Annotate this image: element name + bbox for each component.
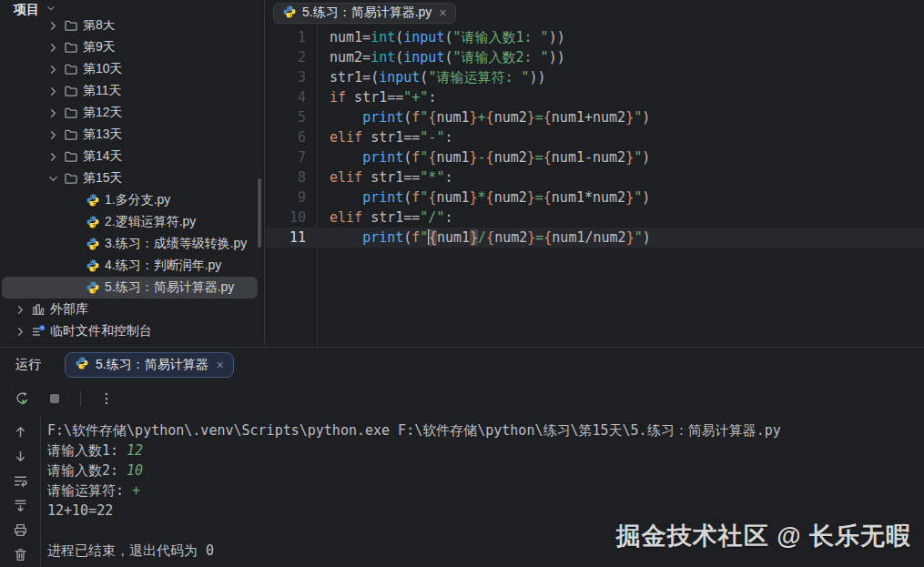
scratches-icon [29,324,47,339]
code-text: print(f"{num1}*{num2}={num1*num2}") [330,187,650,208]
editor-tab-label: 5.练习：简易计算器.py [302,5,432,21]
code-line-6: 6elif str1=="-": [266,127,924,147]
console-line: F:\软件存储\python\.venv\Scripts\python.exe … [47,420,924,440]
folder-icon [62,62,80,76]
code-line-7: 7 print(f"{num1}-{num2}={num1-num2}") [266,147,924,167]
python-icon [84,215,102,229]
code-line-10: 10elif str1=="/": [266,208,924,228]
print-icon[interactable] [9,519,31,541]
folder-icon [62,40,80,55]
tree-item-4.练习：判断润年.py[interactable]: 4.练习：判断润年.py [0,255,264,277]
folder-icon [62,18,80,33]
close-icon[interactable]: × [217,358,224,372]
editor-area: 5.练习：简易计算器.py × 1num1=int(input("请输入数1: … [266,0,924,347]
chevron-down-icon [45,2,57,18]
code-text: if str1=="+": [330,87,436,107]
project-header[interactable]: 项目 [0,0,264,20]
tree-item-label: 外部库 [50,301,88,318]
line-number: 1 [266,27,306,47]
tree-item-label: 1.多分支.py [105,192,170,208]
folder-icon [62,171,80,186]
chevron-right-icon[interactable] [44,63,62,76]
tree-item-第9天[interactable]: 第9天 [0,36,264,58]
python-icon [84,280,102,295]
line-number: 9 [266,187,306,208]
code-line-8: 8elif str1=="*": [266,167,924,187]
code-line-4: 4if str1=="+": [266,87,924,107]
run-tab-label: 5.练习：简易计算器 [96,357,208,373]
close-icon[interactable]: × [439,5,446,20]
chevron-right-icon[interactable] [44,150,62,164]
tree-item-label: 第13天 [83,127,123,143]
tree-item-label: 3.练习：成绩等级转换.py [105,236,247,252]
tree-item-第10天[interactable]: 第10天 [0,58,264,80]
console-line: 请输入数1: 12 [47,440,924,461]
line-number: 2 [266,47,306,67]
code-text: num1=int(input("请输入数1: ")) [330,27,565,47]
chevron-right-icon[interactable] [44,106,62,120]
project-tool-window: 第8天第9天第10天第11天第12天第13天第14天第15天1.多分支.py2.… [0,0,265,347]
code-text: num2=int(input("请输入数2: ")) [330,47,565,67]
code-editor[interactable]: 1num1=int(input("请输入数1: "))2num2=int(inp… [266,25,924,347]
line-number: 11 [266,228,306,248]
python-icon [75,356,89,373]
code-line-9: 9 print(f"{num1}*{num2}={num1*num2}") [266,187,924,208]
tree-item-第12天[interactable]: 第12天 [0,102,264,124]
folder-icon [62,149,80,164]
code-line-11: 11 print(f"{num1}/{num2}={num1/num2}") [266,228,924,248]
editor-tab-bar: 5.练习：简易计算器.py × [266,0,924,25]
tree-item-label: 第11天 [83,83,122,99]
arrow-down-icon[interactable] [9,445,31,467]
scroll-to-end-icon[interactable] [9,494,31,516]
run-title: 运行 [15,357,41,373]
tree-item-第14天[interactable]: 第14天 [0,146,264,167]
toolbar-separator [80,390,81,407]
project-title: 项目 [14,2,39,18]
more-options-icon[interactable] [96,388,117,410]
tree-item-第11天[interactable]: 第11天 [0,80,264,102]
chevron-right-icon[interactable] [44,85,62,98]
line-number: 5 [266,107,306,127]
tree-item-label: 第9天 [83,39,116,56]
tree-item-label: 第10天 [83,61,123,77]
tree-item-3.练习：成绩等级转换.py[interactable]: 3.练习：成绩等级转换.py [0,233,264,255]
editor-tab[interactable]: 5.练习：简易计算器.py × [273,3,456,24]
tree-item-5.练习：简易计算器.py[interactable]: 5.练习：简易计算器.py [0,277,264,299]
run-tab[interactable]: 5.练习：简易计算器 × [65,352,234,378]
chevron-down-icon[interactable] [44,172,62,186]
code-line-2: 2num2=int(input("请输入数2: ")) [266,47,924,67]
code-text: print(f"{num1}-{num2}={num1-num2}") [330,147,650,167]
tree-scrollbar[interactable] [258,178,261,248]
code-text: elif str1=="-": [330,127,452,147]
run-header: 运行 5.练习：简易计算器 × [0,348,924,381]
code-text: print(f"{num1}+{num2}={num1+num2}") [330,107,650,127]
chevron-right-icon[interactable] [44,41,62,55]
chevron-right-icon[interactable] [11,303,29,317]
line-number: 7 [266,147,306,167]
tree-item-1.多分支.py[interactable]: 1.多分支.py [0,189,264,211]
project-tree: 第8天第9天第10天第11天第12天第13天第14天第15天1.多分支.py2.… [0,15,264,342]
tree-item-外部库[interactable]: 外部库 [0,299,264,320]
chevron-right-icon[interactable] [44,128,62,142]
rerun-icon[interactable] [11,388,33,410]
tree-item-label: 第15天 [83,170,123,187]
console-line: 请输运算符: + [47,481,924,501]
watermark: 掘金技术社区 @ 长乐无暇 [616,520,911,552]
chevron-right-icon[interactable] [11,325,29,339]
tree-item-2.逻辑运算符.py[interactable]: 2.逻辑运算符.py [0,211,264,233]
code-text: elif str1=="/": [330,208,452,228]
console-line: 请输入数2: 10 [47,461,924,481]
chevron-right-icon[interactable] [44,19,62,33]
tree-item-第15天[interactable]: 第15天 [0,167,264,189]
code-text: str1=(input("请输运算符: ")) [330,67,546,87]
python-icon [84,193,102,208]
tree-item-第13天[interactable]: 第13天 [0,124,264,146]
soft-wrap-icon[interactable] [9,470,31,491]
line-number: 6 [266,127,306,147]
code-text: elif str1=="*": [330,167,452,187]
clear-console-icon[interactable] [9,543,31,565]
arrow-up-icon[interactable] [9,420,31,442]
stop-icon[interactable] [44,388,66,410]
tree-item-临时文件和控制台[interactable]: 临时文件和控制台 [0,320,264,342]
tree-item-label: 5.练习：简易计算器.py [105,279,234,296]
